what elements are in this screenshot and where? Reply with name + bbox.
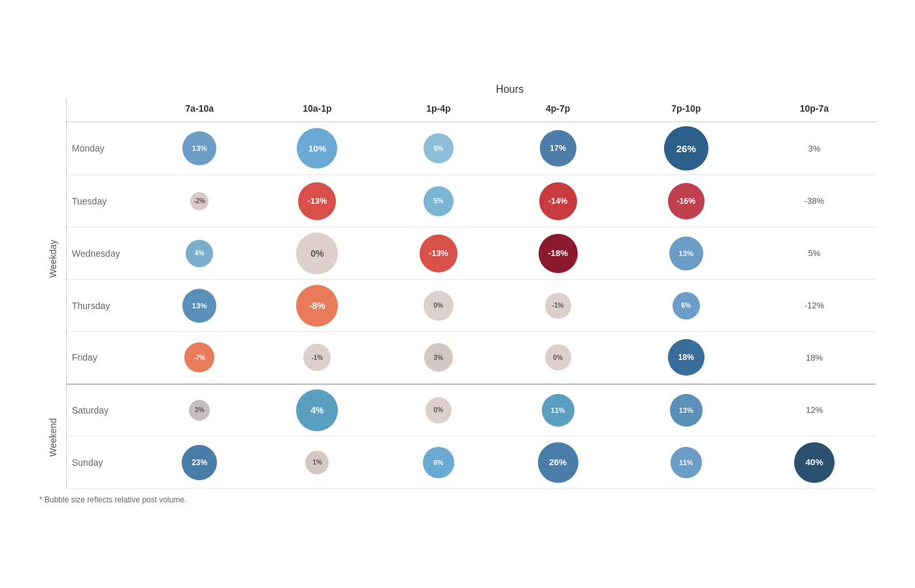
bubble-cell: 4% bbox=[145, 227, 254, 280]
bubble-cell: 26% bbox=[497, 436, 620, 489]
bubble: 3% bbox=[424, 343, 453, 372]
bubble-cell: 18% bbox=[753, 332, 876, 384]
cell-text: 5% bbox=[808, 248, 821, 258]
bubble-cell: -1% bbox=[254, 332, 381, 384]
weekend-label: Weekend bbox=[39, 386, 67, 489]
bubble: -1% bbox=[303, 344, 331, 371]
day-label: Wednesday bbox=[67, 227, 145, 280]
bubble: 26% bbox=[538, 442, 578, 483]
day-label: Saturday bbox=[67, 384, 145, 436]
column-header: 4p-7p bbox=[497, 98, 620, 122]
bubble: 18% bbox=[668, 339, 705, 376]
bubble-cell: -18% bbox=[497, 227, 620, 280]
column-header: 10a-1p bbox=[254, 98, 381, 122]
bubble: 13% bbox=[669, 237, 703, 270]
cell-text: -38% bbox=[805, 196, 824, 206]
bubble: 10% bbox=[297, 128, 337, 169]
cell-text: 3% bbox=[808, 144, 821, 154]
bubble: -13% bbox=[420, 235, 458, 272]
bubble: -18% bbox=[539, 234, 578, 273]
bubble-cell: 5% bbox=[380, 122, 496, 175]
bubble-cell: -12% bbox=[753, 280, 876, 332]
table-row: Thursday13%-8%0%-1%6%-12% bbox=[67, 280, 876, 332]
bubble: 11% bbox=[671, 447, 702, 478]
column-header: 10p-7a bbox=[753, 98, 876, 122]
bubble-cell: 0% bbox=[380, 384, 496, 436]
bubble: 26% bbox=[664, 126, 708, 171]
day-label: Thursday bbox=[67, 280, 145, 332]
bubble-cell: 17% bbox=[497, 122, 620, 175]
footnote: * Bubble size reflects relative post vol… bbox=[39, 495, 876, 504]
day-column-header bbox=[67, 98, 145, 122]
bubble-cell: 12% bbox=[753, 384, 876, 436]
column-header: 7p-10p bbox=[620, 98, 753, 122]
bubble: 40% bbox=[794, 442, 835, 483]
bubble-cell: 6% bbox=[380, 436, 496, 489]
bubble-cell: -8% bbox=[254, 280, 381, 332]
table-row: Monday13%10%5%17%26%3% bbox=[67, 122, 876, 175]
bubble-cell: 13% bbox=[620, 227, 753, 280]
bubble: -1% bbox=[545, 293, 571, 319]
table-row: Saturday3%4%0%11%13%12% bbox=[67, 384, 876, 436]
column-header: 1p-4p bbox=[380, 98, 496, 122]
header-spacer bbox=[39, 98, 67, 131]
table-row: Wednesday4%0%-13%-18%13%5% bbox=[67, 227, 876, 280]
cell-text: 18% bbox=[806, 353, 823, 363]
weekday-label-text: Weekday bbox=[48, 240, 58, 278]
bubble-cell: 3% bbox=[380, 332, 496, 384]
bubble: 5% bbox=[424, 186, 454, 216]
bubble-cell: 13% bbox=[145, 122, 254, 175]
day-label: Tuesday bbox=[67, 175, 145, 227]
bubble: -2% bbox=[190, 192, 208, 210]
weekday-label: Weekday bbox=[39, 131, 67, 386]
day-label: Friday bbox=[67, 332, 145, 384]
bubble: 3% bbox=[189, 400, 210, 421]
bubble-cell: 4% bbox=[254, 384, 381, 436]
bubble-cell: 1% bbox=[254, 436, 381, 489]
bubble: 0% bbox=[424, 291, 454, 321]
bubble-cell: 0% bbox=[380, 280, 496, 332]
bubble-cell: 11% bbox=[497, 384, 620, 436]
bubble-cell: -14% bbox=[497, 175, 620, 227]
bubble: 11% bbox=[542, 394, 574, 427]
bubble: 0% bbox=[545, 344, 571, 370]
bubble: 6% bbox=[673, 292, 700, 319]
bubble: 17% bbox=[540, 130, 576, 167]
bubble: 5% bbox=[424, 133, 454, 163]
bubble-cell: 5% bbox=[753, 227, 876, 280]
bubble: -8% bbox=[296, 285, 338, 327]
day-label: Sunday bbox=[67, 436, 145, 489]
bubble-cell: 6% bbox=[620, 280, 753, 332]
table-container: 7a-10a10a-1p1p-4p4p-7p7p-10p10p-7a Monda… bbox=[67, 98, 876, 489]
bubble-cell: 13% bbox=[620, 384, 753, 436]
day-label: Monday bbox=[67, 122, 145, 175]
bubble-cell: 40% bbox=[753, 436, 876, 489]
bubble-cell: 3% bbox=[145, 384, 254, 436]
bubble: -14% bbox=[539, 182, 577, 220]
column-header: 7a-10a bbox=[145, 98, 254, 122]
chart-title: Hours bbox=[39, 84, 876, 95]
table-row: Sunday23%1%6%26%11%40% bbox=[67, 436, 876, 489]
bubble-cell: 5% bbox=[380, 175, 496, 227]
bubble-cell: 11% bbox=[620, 436, 753, 489]
bubble: 13% bbox=[670, 394, 703, 427]
bubble-cell: 13% bbox=[145, 280, 254, 332]
bubble-cell: -13% bbox=[380, 227, 496, 280]
bubble: 1% bbox=[305, 451, 329, 474]
bubble: 6% bbox=[423, 447, 454, 478]
bubble-cell: 10% bbox=[254, 122, 381, 175]
cell-text: 12% bbox=[806, 405, 823, 415]
bubble: 13% bbox=[182, 131, 216, 165]
bubble: 0% bbox=[425, 397, 452, 423]
weekend-label-text: Weekend bbox=[48, 418, 58, 457]
bubble-cell: -7% bbox=[145, 332, 254, 384]
table-row: Tuesday-2%-13%5%-14%-16%-38% bbox=[67, 175, 876, 227]
bubble: -16% bbox=[668, 183, 705, 220]
bubble-cell: -16% bbox=[620, 175, 753, 227]
bubble-chart-table: 7a-10a10a-1p1p-4p4p-7p7p-10p10p-7a Monda… bbox=[67, 98, 876, 489]
bubble-cell: -2% bbox=[145, 175, 254, 227]
chart-container: Hours WeekdayWeekend 7a-10a10a-1p1p-4p4p… bbox=[20, 71, 895, 517]
bubble-cell: 0% bbox=[497, 332, 620, 384]
main-table-wrapper: WeekdayWeekend 7a-10a10a-1p1p-4p4p-7p7p-… bbox=[39, 98, 876, 489]
bubble: 4% bbox=[186, 240, 213, 267]
